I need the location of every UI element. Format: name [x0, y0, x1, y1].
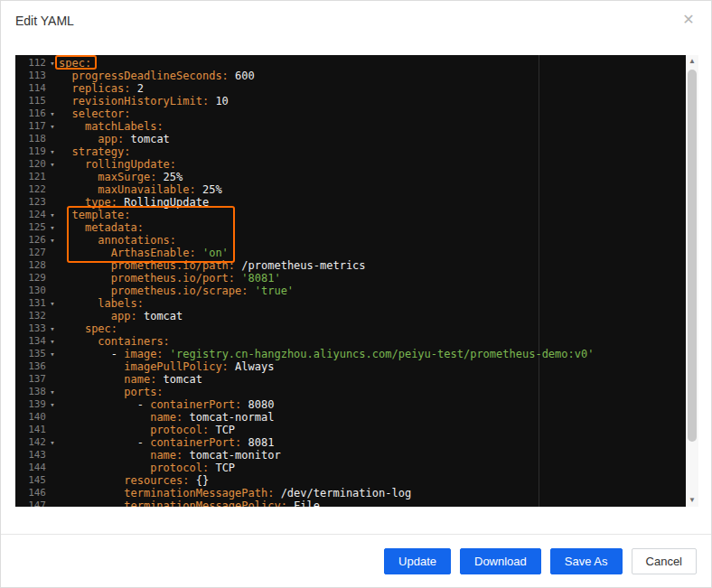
code-text: - containerPort: 8081	[59, 436, 274, 449]
fold-spacer	[46, 360, 59, 373]
line-number: 114	[15, 82, 46, 95]
code-line: 123 type: RollingUpdate	[15, 196, 698, 209]
yaml-editor[interactable]: 112▾spec:113 progressDeadlineSeconds: 60…	[15, 55, 698, 507]
code-line: 136 imagePullPolicy: Always	[15, 360, 698, 373]
scroll-down-icon[interactable]: ▼	[686, 494, 698, 507]
code-line: 122 maxUnavailable: 25%	[15, 183, 698, 196]
line-number: 143	[15, 449, 46, 462]
code-line: 135▾ - image: 'registry.cn-hangzhou.aliy…	[15, 348, 698, 360]
line-number: 135	[15, 348, 46, 360]
line-number: 132	[15, 310, 46, 322]
code-text: spec:	[59, 322, 117, 335]
fold-spacer	[46, 247, 59, 259]
fold-toggle-icon[interactable]: ▾	[46, 57, 59, 70]
close-icon[interactable]: ✕	[679, 10, 698, 30]
fold-toggle-icon[interactable]: ▾	[46, 209, 59, 221]
code-text: replicas: 2	[59, 82, 144, 95]
code-line: 124▾ template:	[15, 209, 698, 221]
modal-footer: Update Download Save As Cancel	[1, 534, 711, 587]
line-number: 144	[15, 462, 46, 474]
download-button[interactable]: Download	[460, 548, 541, 574]
cancel-button[interactable]: Cancel	[632, 548, 697, 574]
line-number: 123	[15, 196, 46, 209]
fold-spacer	[46, 285, 59, 297]
fold-toggle-icon[interactable]: ▾	[46, 234, 59, 247]
code-line: 130 prometheus.io/scrape: 'true'	[15, 285, 698, 297]
line-number: 126	[15, 234, 46, 247]
code-line: 127 ArthasEnable: 'on'	[15, 247, 698, 259]
scroll-up-icon[interactable]: ▲	[686, 55, 698, 68]
update-button[interactable]: Update	[384, 548, 451, 574]
line-number: 128	[15, 259, 46, 272]
fold-spacer	[46, 310, 59, 322]
code-line: 137 name: tomcat	[15, 373, 698, 386]
line-number: 124	[15, 209, 46, 221]
fold-toggle-icon[interactable]: ▾	[46, 120, 59, 133]
line-number: 119	[15, 145, 46, 158]
code-text: name: tomcat-monitor	[59, 449, 281, 462]
modal-header: Edit YAML	[1, 1, 711, 41]
fold-spacer	[46, 95, 59, 107]
line-number: 133	[15, 322, 46, 335]
fold-spacer	[46, 462, 59, 474]
code-text: - image: 'registry.cn-hangzhou.aliyuncs.…	[59, 348, 594, 360]
line-number: 145	[15, 474, 46, 487]
line-number: 147	[15, 499, 46, 507]
code-line: 132 app: tomcat	[15, 310, 698, 322]
fold-toggle-icon[interactable]: ▾	[46, 348, 59, 360]
fold-spacer	[46, 499, 59, 507]
code-line: 121 maxSurge: 25%	[15, 171, 698, 183]
edit-yaml-modal: { "modal": { "title": "Edit YAML", "clos…	[0, 0, 712, 588]
fold-toggle-icon[interactable]: ▾	[46, 386, 59, 398]
fold-toggle-icon[interactable]: ▾	[46, 221, 59, 234]
fold-spacer	[46, 474, 59, 487]
code-line: 128 prometheus.io/path: /prometheus-metr…	[15, 259, 698, 272]
line-number: 121	[15, 171, 46, 183]
line-number: 140	[15, 411, 46, 424]
fold-toggle-icon[interactable]: ▾	[46, 322, 59, 335]
editor-scrollbar[interactable]: ▲ ▼	[686, 55, 698, 507]
fold-toggle-icon[interactable]: ▾	[46, 107, 59, 120]
code-line: 144 protocol: TCP	[15, 462, 698, 474]
line-number: 113	[15, 70, 46, 82]
line-number: 138	[15, 386, 46, 398]
code-text: template:	[59, 209, 130, 221]
fold-toggle-icon[interactable]: ▾	[46, 297, 59, 310]
line-number: 115	[15, 95, 46, 107]
line-number: 137	[15, 373, 46, 386]
line-number: 122	[15, 183, 46, 196]
code-line: 133▾ spec:	[15, 322, 698, 335]
line-number: 131	[15, 297, 46, 310]
code-line: 147 terminationMessagePolicy: File	[15, 499, 698, 507]
code-text: matchLabels:	[59, 120, 164, 133]
code-text: terminationMessagePolicy: File	[59, 499, 320, 507]
code-text: maxUnavailable: 25%	[59, 183, 222, 196]
fold-toggle-icon[interactable]: ▾	[46, 158, 59, 171]
fold-toggle-icon[interactable]: ▾	[46, 398, 59, 411]
fold-toggle-icon[interactable]: ▾	[46, 335, 59, 348]
save-as-button[interactable]: Save As	[550, 548, 623, 574]
code-line: 126▾ annotations:	[15, 234, 698, 247]
code-text: strategy:	[59, 145, 130, 158]
code-text: annotations:	[59, 234, 176, 247]
fold-spacer	[46, 82, 59, 95]
fold-spacer	[46, 424, 59, 436]
fold-toggle-icon[interactable]: ▾	[46, 436, 59, 449]
line-number: 142	[15, 436, 46, 449]
code-text: prometheus.io/port: '8081'	[59, 272, 281, 285]
line-number: 117	[15, 120, 46, 133]
code-line: 115 revisionHistoryLimit: 10	[15, 95, 698, 107]
code-line: 145 resources: {}	[15, 474, 698, 487]
fold-toggle-icon[interactable]: ▾	[46, 145, 59, 158]
scrollbar-thumb[interactable]	[688, 70, 697, 442]
code-text: rollingUpdate:	[59, 158, 176, 171]
code-line: 120▾ rollingUpdate:	[15, 158, 698, 171]
yaml-editor-content[interactable]: 112▾spec:113 progressDeadlineSeconds: 60…	[15, 55, 698, 507]
line-number: 130	[15, 285, 46, 297]
code-line: 116▾ selector:	[15, 107, 698, 120]
code-text: protocol: TCP	[59, 462, 235, 474]
code-line: 134▾ containers:	[15, 335, 698, 348]
code-line: 118 app: tomcat	[15, 133, 698, 145]
fold-spacer	[46, 259, 59, 272]
code-text: prometheus.io/scrape: 'true'	[59, 285, 294, 297]
